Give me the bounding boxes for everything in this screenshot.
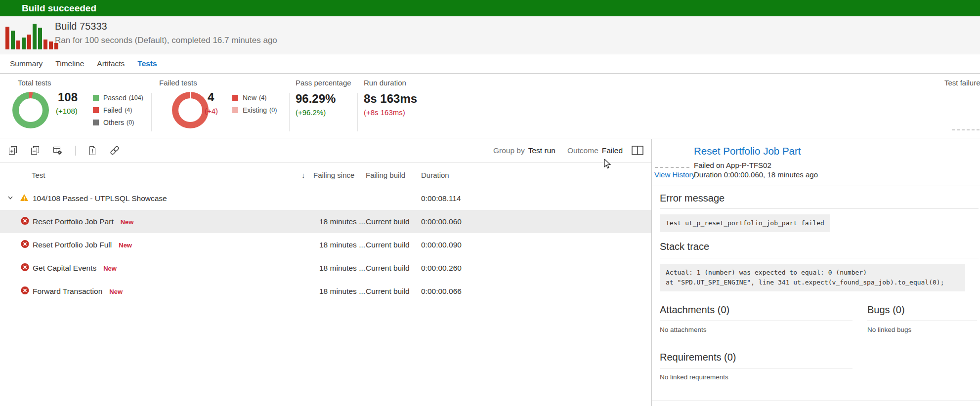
build-subtitle: Ran for 100 seconds (Default), completed… xyxy=(55,36,277,45)
column-options-icon xyxy=(52,146,63,156)
divider xyxy=(867,321,977,321)
table-row[interactable]: Reset Portfolio Job FullNew 18 minutes .… xyxy=(0,233,651,256)
histogram-bar xyxy=(22,38,26,49)
test-group-row[interactable]: 104/108 Passed - UTPLSQL Showcase 0:00:0… xyxy=(0,187,651,210)
test-name: Reset Portfolio Job Part xyxy=(33,217,114,226)
group-by-label: Group by xyxy=(493,146,525,155)
histogram-bar xyxy=(5,27,9,49)
report-document-icon xyxy=(88,146,97,156)
error-message-heading: Error message xyxy=(660,193,724,204)
expand-all-button[interactable] xyxy=(8,146,18,156)
run-report-button[interactable] xyxy=(88,146,97,156)
divider xyxy=(660,258,979,258)
failed-swatch-icon xyxy=(93,107,99,113)
trend-axis-dashes xyxy=(952,129,980,130)
failing-since-cell: 18 minutes ... xyxy=(319,287,365,296)
total-tests-legend: Passed (104) Failed (4) Others (0) xyxy=(93,94,143,126)
build-tab-bar: Summary Timeline Artifacts Tests xyxy=(0,54,980,74)
column-header-test[interactable]: Test xyxy=(32,171,45,179)
histogram-bar xyxy=(27,35,31,49)
histogram-bar xyxy=(11,31,15,49)
total-tests-delta: (+108) xyxy=(56,107,78,115)
tab-artifacts[interactable]: Artifacts xyxy=(97,59,125,68)
failed-tests-value: 4 xyxy=(208,90,214,104)
failed-icon xyxy=(21,216,29,227)
test-summary-strip: Total tests 108 (+108) Passed (104) Fail… xyxy=(0,74,980,138)
stack-trace-heading: Stack trace xyxy=(660,241,709,252)
test-failures-trend-label: Test failure xyxy=(944,79,980,87)
tests-content: Group by Test run Outcome Failed Test ↓ … xyxy=(0,139,980,406)
pass-percentage-delta: (+96.2%) xyxy=(296,108,326,117)
failed-on-text: Failed on App-P-TFS02 xyxy=(694,161,771,169)
passed-swatch-icon xyxy=(93,95,99,101)
legend-label: Existing xyxy=(243,106,267,114)
legend-label: Failed xyxy=(103,106,122,114)
attachments-heading: Attachments (0) xyxy=(660,304,729,316)
legend-label: Passed xyxy=(103,94,127,102)
failed-tests-delta: (+4) xyxy=(205,107,218,115)
run-duration-delta: (+8s 163ms) xyxy=(364,108,405,117)
collapse-all-button[interactable] xyxy=(30,146,40,156)
failing-build-cell: Current build xyxy=(366,217,410,226)
toolbar-separator xyxy=(75,146,76,156)
new-badge: New xyxy=(119,242,132,249)
tab-summary[interactable]: Summary xyxy=(10,59,43,68)
chevron-down-icon[interactable] xyxy=(7,194,14,203)
legend-count: (4) xyxy=(259,94,266,101)
test-name: Get Capital Events xyxy=(33,264,96,272)
divider xyxy=(151,93,152,131)
failing-build-cell: Current build xyxy=(366,241,410,249)
build-header: Build 75333 Ran for 100 seconds (Default… xyxy=(0,16,980,54)
group-row-title: 104/108 Passed - UTPLSQL Showcase xyxy=(33,194,167,203)
stack-trace-text: Actual: 1 (number) was expected to equal… xyxy=(660,264,965,291)
copy-link-button[interactable] xyxy=(109,145,120,156)
histogram-bar xyxy=(38,28,42,49)
failing-build-cell: Current build xyxy=(366,287,410,296)
legend-count: (0) xyxy=(127,119,134,126)
detail-duration-text: Duration 0:00:00.060, 18 minutes ago xyxy=(694,170,818,179)
table-row[interactable]: Reset Portfolio Job PartNew 18 minutes .… xyxy=(0,210,651,233)
legend-item-others: Others (0) xyxy=(93,119,143,126)
divider xyxy=(357,93,358,131)
outcome-select[interactable]: Failed xyxy=(602,146,623,155)
column-header-duration[interactable]: Duration xyxy=(421,171,449,179)
warning-icon xyxy=(20,194,29,203)
run-duration-value: 8s 163ms xyxy=(364,92,417,106)
tab-tests[interactable]: Tests xyxy=(137,59,157,68)
failing-since-cell: 18 minutes ... xyxy=(319,217,365,226)
others-swatch-icon xyxy=(93,120,99,125)
attachments-empty-text: No attachments xyxy=(660,326,707,333)
histogram-bar xyxy=(33,24,37,49)
total-tests-value: 108 xyxy=(58,90,78,104)
requirements-heading: Requirements (0) xyxy=(660,352,736,363)
failing-since-cell: 18 minutes ... xyxy=(319,264,365,273)
column-header-failing-build[interactable]: Failing build xyxy=(366,171,405,179)
legend-count: (104) xyxy=(129,94,143,101)
failed-tests-donut-chart xyxy=(172,92,209,128)
new-badge: New xyxy=(121,218,134,226)
toggle-details-pane-button[interactable] xyxy=(632,146,643,155)
histogram-bar xyxy=(43,40,47,49)
divider xyxy=(660,321,852,321)
tab-timeline[interactable]: Timeline xyxy=(55,59,84,68)
stack-trace-line: Actual: 1 (number) was expected to equal… xyxy=(666,268,959,278)
table-row[interactable]: Forward TransactionNew 18 minutes ... Cu… xyxy=(0,280,651,303)
test-name: Forward Transaction xyxy=(33,287,102,295)
existing-swatch-icon xyxy=(232,107,238,113)
history-trend-placeholder xyxy=(655,167,689,168)
table-row[interactable]: Get Capital EventsNew 18 minutes ... Cur… xyxy=(0,256,651,280)
mouse-cursor xyxy=(604,159,612,172)
divider xyxy=(660,368,852,368)
bugs-heading: Bugs (0) xyxy=(867,304,905,316)
legend-item-passed: Passed (104) xyxy=(93,94,143,102)
total-tests-label: Total tests xyxy=(18,79,51,87)
column-options-button[interactable] xyxy=(52,146,63,156)
group-by-select[interactable]: Test run xyxy=(528,146,555,155)
divider xyxy=(660,208,979,209)
stack-trace-line: at "SPD.UT_SPI_ENGINE", line 341 ut.expe… xyxy=(666,278,959,287)
histogram-bar xyxy=(49,41,53,49)
duration-cell: 0:00:00.090 xyxy=(421,241,462,249)
view-history-link[interactable]: View History xyxy=(654,170,695,179)
results-grid-header: Test ↓ Failing since Failing build Durat… xyxy=(0,163,651,187)
column-header-failing-since[interactable]: Failing since xyxy=(313,171,354,179)
